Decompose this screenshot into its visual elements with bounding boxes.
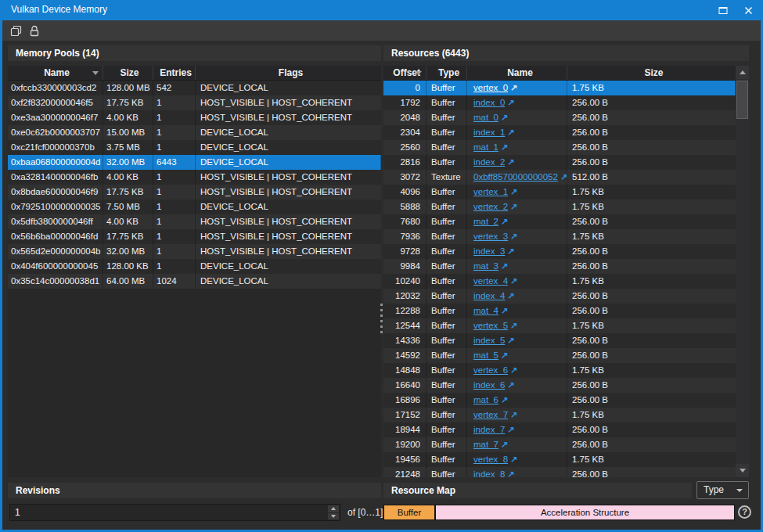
resource-link[interactable]: vertex_8 — [473, 455, 508, 464]
table-row[interactable]: 0xf2f83200000046f517.75 KB1HOST_VISIBLE … — [8, 95, 381, 110]
cell-resource-type: Buffer — [426, 378, 467, 393]
table-row[interactable]: 19456Buffervertex_8↗1.75 KB — [383, 452, 736, 467]
resource-link[interactable]: mat_2 — [473, 217, 498, 226]
title-bar[interactable]: Vulkan Device Memory — [0, 0, 763, 20]
column-header-offset[interactable]: Offset — [383, 66, 426, 80]
table-row[interactable]: 0xe3aa3000000046f74.00 KB1HOST_VISIBLE |… — [8, 110, 381, 125]
resource-link[interactable]: vertex_6 — [473, 365, 508, 375]
table-row[interactable]: 2816Bufferindex_2↗256.00 B — [383, 155, 736, 170]
resource-link[interactable]: index_0 — [473, 98, 505, 107]
resource-link[interactable]: index_6 — [473, 380, 505, 390]
help-button[interactable]: ? — [738, 505, 751, 519]
table-row[interactable]: 12544Buffervertex_5↗1.75 KB — [383, 318, 736, 333]
table-row[interactable]: 14592Buffermat_5↗256.00 B — [383, 348, 736, 363]
column-header-size[interactable]: Size — [103, 66, 153, 80]
table-row[interactable]: 0x5dfb3800000046ff4.00 KB1HOST_VISIBLE |… — [8, 214, 381, 229]
cell-pool-name: 0xf2f83200000046f5 — [8, 95, 103, 110]
lock-button[interactable] — [26, 22, 43, 39]
resource-link[interactable]: mat_3 — [473, 261, 498, 271]
resource-link[interactable]: mat_4 — [473, 306, 498, 315]
resource-link[interactable]: mat_6 — [473, 395, 498, 404]
table-row[interactable]: 0x35c14c00000038d164.00 MB1024DEVICE_LOC… — [8, 274, 381, 289]
close-icon — [744, 6, 753, 15]
table-row[interactable]: 21248Bufferindex_8↗256.00 B — [383, 467, 736, 477]
resource-link[interactable]: index_5 — [473, 336, 505, 345]
cell-resource-size: 256.00 B — [567, 422, 736, 437]
table-row[interactable]: 7680Buffermat_2↗256.00 B — [383, 214, 736, 229]
table-row[interactable]: 4096Buffervertex_1↗1.75 KB — [383, 185, 736, 200]
resource-link[interactable]: vertex_5 — [473, 321, 508, 330]
spin-up-button[interactable] — [328, 505, 339, 512]
spin-down-button[interactable] — [328, 513, 339, 520]
table-row[interactable]: 16896Buffermat_6↗256.00 B — [383, 393, 736, 408]
resources-scrollbar[interactable] — [736, 66, 749, 477]
table-row[interactable]: 7936Buffervertex_3↗1.75 KB — [383, 229, 736, 244]
column-header-entries[interactable]: Entries — [153, 66, 196, 80]
cell-resource-size: 1.75 KB — [567, 274, 736, 289]
resource-link[interactable]: 0xbff8570000000052 — [473, 172, 558, 182]
table-row[interactable]: 12288Buffermat_4↗256.00 B — [383, 304, 736, 318]
duplicate-window-button[interactable] — [7, 22, 24, 39]
table-row[interactable]: 16640Bufferindex_6↗256.00 B — [383, 378, 736, 393]
table-row[interactable]: 12032Bufferindex_4↗256.00 B — [383, 289, 736, 304]
column-header-type[interactable]: Type — [426, 66, 467, 80]
resource-link[interactable]: mat_1 — [473, 142, 498, 152]
table-row[interactable]: 0x565d2e000000004b32.00 MB1HOST_VISIBLE … — [8, 244, 381, 259]
column-header-rsize[interactable]: Size — [567, 66, 736, 80]
table-row[interactable]: 10240Buffervertex_4↗1.75 KB — [383, 274, 736, 289]
resource-link[interactable]: index_1 — [473, 128, 505, 137]
resource-link[interactable]: vertex_7 — [473, 410, 508, 419]
cell-pool-flags: DEVICE_LOCAL — [196, 259, 381, 274]
resource-link[interactable]: vertex_2 — [473, 202, 508, 211]
table-row[interactable]: 0Buffervertex_0↗1.75 KB — [383, 81, 736, 95]
table-row[interactable]: 19200Buffermat_7↗256.00 B — [383, 437, 736, 452]
table-row[interactable]: 9728Bufferindex_3↗256.00 B — [383, 244, 736, 259]
scroll-up-button[interactable] — [736, 66, 749, 79]
resource-link[interactable]: index_2 — [473, 157, 505, 167]
resource-link[interactable]: index_4 — [473, 291, 505, 300]
table-row[interactable]: 0x56b6ba00000046fd17.75 KB1HOST_VISIBLE … — [8, 229, 381, 244]
table-row[interactable]: 5888Buffervertex_2↗1.75 KB — [383, 200, 736, 214]
table-row[interactable]: 17152Buffervertex_7↗1.75 KB — [383, 408, 736, 422]
resource-map-segment[interactable]: Acceleration Structure — [436, 505, 734, 519]
table-row[interactable]: 0x8bdae600000046f917.75 KB1HOST_VISIBLE … — [8, 185, 381, 200]
resource-map-type-dropdown[interactable]: Type — [696, 481, 749, 499]
table-row[interactable]: 0xbaa068000000004d32.00 MB6443DEVICE_LOC… — [8, 155, 381, 170]
revision-input[interactable] — [10, 505, 327, 520]
table-row[interactable]: 0xe0c62b000000370715.00 MB1DEVICE_LOCAL — [8, 125, 381, 140]
resource-map-segment[interactable]: Buffer — [384, 505, 434, 519]
resource-link[interactable]: mat_5 — [473, 350, 498, 360]
table-row[interactable]: 0xa3281400000046fb4.00 KB1HOST_VISIBLE |… — [8, 170, 381, 185]
table-row[interactable]: 1792Bufferindex_0↗256.00 B — [383, 95, 736, 110]
column-header-rname[interactable]: Name — [467, 66, 567, 80]
resource-link[interactable]: mat_0 — [473, 113, 498, 122]
resource-link[interactable]: vertex_1 — [473, 187, 508, 196]
resource-link[interactable]: vertex_4 — [473, 276, 508, 286]
table-row[interactable]: 0xfccb330000003cd2128.00 MB542DEVICE_LOC… — [8, 81, 381, 95]
table-row[interactable]: 3072Texture0xbff8570000000052↗512.00 B — [383, 170, 736, 185]
cell-resource-type: Buffer — [426, 408, 467, 422]
table-row[interactable]: 0x404f600000000045128.00 KB1DEVICE_LOCAL — [8, 259, 381, 274]
table-row[interactable]: 0x79251000000000357.50 MB1DEVICE_LOCAL — [8, 200, 381, 214]
close-button[interactable] — [740, 3, 757, 17]
column-header-flags[interactable]: Flags — [196, 66, 381, 80]
table-row[interactable]: 2048Buffermat_0↗256.00 B — [383, 110, 736, 125]
table-row[interactable]: 2560Buffermat_1↗256.00 B — [383, 140, 736, 155]
table-row[interactable]: 2304Bufferindex_1↗256.00 B — [383, 125, 736, 140]
resource-link[interactable]: index_8 — [473, 469, 505, 477]
table-row[interactable]: 14336Bufferindex_5↗256.00 B — [383, 333, 736, 348]
table-row[interactable]: 9984Buffermat_3↗256.00 B — [383, 259, 736, 274]
resource-link[interactable]: mat_7 — [473, 440, 498, 449]
resource-link[interactable]: index_3 — [473, 246, 505, 256]
scrollbar-thumb[interactable] — [736, 81, 748, 119]
resource-link[interactable]: vertex_0 — [473, 83, 508, 92]
resource-link[interactable]: vertex_3 — [473, 232, 508, 241]
maximize-button[interactable] — [714, 3, 732, 17]
scroll-down-button[interactable] — [736, 464, 749, 477]
table-row[interactable]: 14848Buffervertex_6↗1.75 KB — [383, 363, 736, 378]
resource-map-header: Resource Map — [383, 483, 692, 498]
resource-link[interactable]: index_7 — [473, 425, 505, 434]
table-row[interactable]: 0xc21fcf000000370b3.75 MB1DEVICE_LOCAL — [8, 140, 381, 155]
column-header-name[interactable]: Name — [8, 66, 103, 80]
table-row[interactable]: 18944Bufferindex_7↗256.00 B — [383, 422, 736, 437]
